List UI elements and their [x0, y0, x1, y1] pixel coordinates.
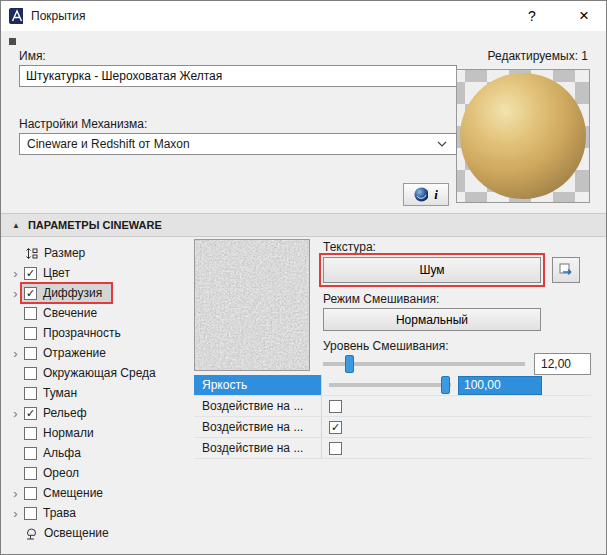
expand-icon[interactable]: ›	[9, 506, 22, 521]
affect-checkbox[interactable]	[329, 400, 342, 413]
channel-label: Размер	[44, 246, 85, 260]
slider-track[interactable]	[329, 383, 451, 387]
texture-menu-icon	[559, 263, 573, 277]
channel-row-fog[interactable]: › Туман	[9, 383, 189, 403]
noise-image	[195, 240, 309, 370]
titlebar: Покрытия ? ×	[1, 1, 606, 31]
section-title: ПАРАМЕТРЫ CINEWARE	[28, 219, 162, 231]
channel-checkbox[interactable]	[24, 287, 37, 300]
name-input[interactable]	[19, 65, 457, 87]
close-button[interactable]: ×	[562, 1, 606, 31]
table-row-affect-1[interactable]: Воздействие на ...	[194, 396, 591, 417]
info-letter: i	[434, 187, 438, 203]
channel-label: Рельеф	[43, 406, 87, 420]
channel-row-size[interactable]: › Размер	[9, 243, 189, 263]
channel-checkbox[interactable]	[24, 387, 37, 400]
slider-handle[interactable]	[441, 376, 450, 394]
channel-label: Отражение	[43, 346, 106, 360]
brightness-value[interactable]: 100,00	[458, 376, 542, 395]
affect-checkbox[interactable]	[329, 421, 342, 434]
channel-checkbox[interactable]	[24, 487, 37, 500]
brightness-slider[interactable]	[329, 376, 451, 394]
size-icon	[24, 246, 38, 260]
channel-row-diffusion[interactable]: › Диффузия	[9, 283, 189, 303]
channel-row-illumination[interactable]: › Освещение	[9, 523, 189, 543]
channel-label: Ореол	[43, 466, 79, 480]
texture-menu-button[interactable]	[552, 257, 580, 283]
diffusion-annotation-box: Диффузия	[22, 284, 111, 302]
channel-row-normals[interactable]: › Нормали	[9, 423, 189, 443]
blend-mode-button[interactable]: Нормальный	[323, 308, 541, 331]
channel-row-environment[interactable]: › Окружающая Среда	[9, 363, 189, 383]
channel-label: Туман	[43, 386, 77, 400]
help-button[interactable]: ?	[510, 1, 554, 31]
channel-row-glow[interactable]: › Ореол	[9, 463, 189, 483]
table-row-affect-3[interactable]: Воздействие на ...	[194, 438, 591, 459]
channel-label: Цвет	[43, 266, 70, 280]
channel-checkbox[interactable]	[24, 507, 37, 520]
affect-label: Воздействие на ...	[194, 438, 321, 458]
texture-button[interactable]: Шум	[323, 257, 541, 283]
affect-label: Воздействие на ...	[194, 396, 321, 416]
channel-row-luminance[interactable]: › Свечение	[9, 303, 189, 323]
slider-handle[interactable]	[345, 355, 354, 373]
expand-icon[interactable]: ›	[9, 266, 22, 281]
blend-level-slider[interactable]	[323, 355, 525, 373]
expand-icon[interactable]: ›	[9, 286, 22, 301]
channel-checkbox[interactable]	[24, 467, 37, 480]
brightness-control-cell: 100,00	[321, 375, 591, 395]
channel-checkbox[interactable]	[24, 327, 37, 340]
table-row-affect-2[interactable]: Воздействие на ...	[194, 417, 591, 438]
section-cineware-parameters[interactable]: ▲ ПАРАМЕТРЫ CINEWARE	[1, 213, 606, 237]
material-preview[interactable]	[456, 69, 590, 203]
channel-label: Трава	[43, 506, 76, 520]
channel-row-bump[interactable]: › Рельеф	[9, 403, 189, 423]
channel-row-transparency[interactable]: › Прозрачность	[9, 323, 189, 343]
texture-preview[interactable]	[194, 239, 310, 371]
expand-icon[interactable]: ›	[9, 346, 22, 361]
window-title: Покрытия	[31, 9, 86, 23]
table-row-brightness[interactable]: Яркость 100,00	[194, 375, 591, 396]
cineware-info-button[interactable]: i	[403, 183, 449, 206]
channel-label: Диффузия	[43, 286, 102, 300]
channel-row-alpha[interactable]: › Альфа	[9, 443, 189, 463]
channel-row-color[interactable]: › Цвет	[9, 263, 189, 283]
editable-count: Редактируемых: 1	[488, 49, 588, 63]
channel-checkbox[interactable]	[24, 307, 37, 320]
lamp-icon	[24, 526, 38, 540]
channel-label: Окружающая Среда	[43, 366, 156, 380]
affect-control-cell	[321, 396, 591, 416]
channel-checkbox[interactable]	[24, 427, 37, 440]
engine-dropdown-value: Cineware и Redshift от Maxon	[27, 137, 190, 151]
blend-level-label: Уровень Смешивания:	[323, 339, 449, 353]
channel-checkbox[interactable]	[24, 447, 37, 460]
collapse-triangle-icon: ▲	[12, 221, 20, 230]
engine-dropdown[interactable]: Cineware и Redshift от Maxon	[19, 133, 457, 155]
channel-checkbox[interactable]	[24, 367, 37, 380]
channel-checkbox[interactable]	[24, 407, 37, 420]
channel-checkbox[interactable]	[24, 347, 37, 360]
blend-mode-label: Режим Смешивания:	[323, 292, 439, 306]
surfaces-dialog: Покрытия ? × Имя: Редактируемых: 1 Настр…	[0, 0, 607, 555]
channel-list: › Размер › Цвет › Диффузия ›	[9, 243, 189, 543]
channel-row-displacement[interactable]: › Смещение	[9, 483, 189, 503]
channel-label: Нормали	[43, 426, 94, 440]
panel-grip[interactable]	[9, 38, 16, 45]
channel-label: Освещение	[44, 526, 109, 540]
channel-row-grass[interactable]: › Трава	[9, 503, 189, 523]
cinema4d-icon	[414, 188, 428, 202]
engine-label: Настройки Механизма:	[19, 117, 147, 131]
expand-icon[interactable]: ›	[9, 486, 22, 501]
affect-control-cell	[321, 417, 591, 437]
channel-label: Свечение	[43, 306, 97, 320]
diffusion-param-table: Яркость 100,00 Воздействие на ... Воздей…	[194, 375, 591, 459]
affect-checkbox[interactable]	[329, 442, 342, 455]
affect-label: Воздействие на ...	[194, 417, 321, 437]
affect-control-cell	[321, 438, 591, 458]
channel-label: Прозрачность	[43, 326, 121, 340]
expand-icon[interactable]: ›	[9, 406, 22, 421]
brightness-label[interactable]: Яркость	[194, 375, 321, 395]
channel-row-reflection[interactable]: › Отражение	[9, 343, 189, 363]
channel-checkbox[interactable]	[24, 267, 37, 280]
blend-level-value[interactable]: 12,00	[534, 353, 591, 375]
